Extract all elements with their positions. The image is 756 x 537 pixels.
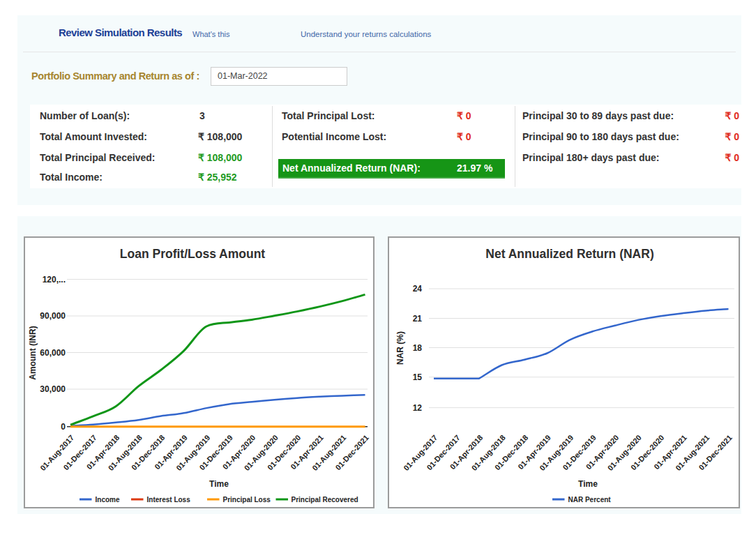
svg-text:NAR (%): NAR (%) bbox=[395, 331, 405, 365]
svg-text:Amount (INR): Amount (INR) bbox=[28, 326, 38, 379]
svg-text:60,000: 60,000 bbox=[40, 348, 66, 358]
svg-text:NAR Percent: NAR Percent bbox=[568, 496, 612, 504]
svg-text:Time: Time bbox=[209, 479, 229, 489]
svg-text:Principal Loss: Principal Loss bbox=[223, 496, 271, 504]
svg-text:120,...: 120,... bbox=[43, 275, 66, 285]
svg-text:24: 24 bbox=[413, 284, 423, 294]
svg-text:Interest Loss: Interest Loss bbox=[147, 496, 191, 504]
svg-text:90,000: 90,000 bbox=[40, 311, 66, 321]
svg-text:0: 0 bbox=[61, 422, 66, 432]
svg-text:30,000: 30,000 bbox=[40, 384, 66, 394]
svg-text:Time: Time bbox=[578, 479, 598, 489]
svg-text:18: 18 bbox=[413, 343, 423, 353]
svg-text:Loan Profit/Loss Amount: Loan Profit/Loss Amount bbox=[120, 247, 266, 261]
svg-text:12: 12 bbox=[413, 403, 423, 413]
svg-text:Income: Income bbox=[96, 496, 120, 504]
svg-text:Principal Recovered: Principal Recovered bbox=[292, 496, 358, 504]
svg-text:Net Annualized Return (NAR): Net Annualized Return (NAR) bbox=[485, 247, 653, 261]
svg-text:21: 21 bbox=[413, 314, 423, 324]
svg-text:15: 15 bbox=[413, 372, 423, 382]
